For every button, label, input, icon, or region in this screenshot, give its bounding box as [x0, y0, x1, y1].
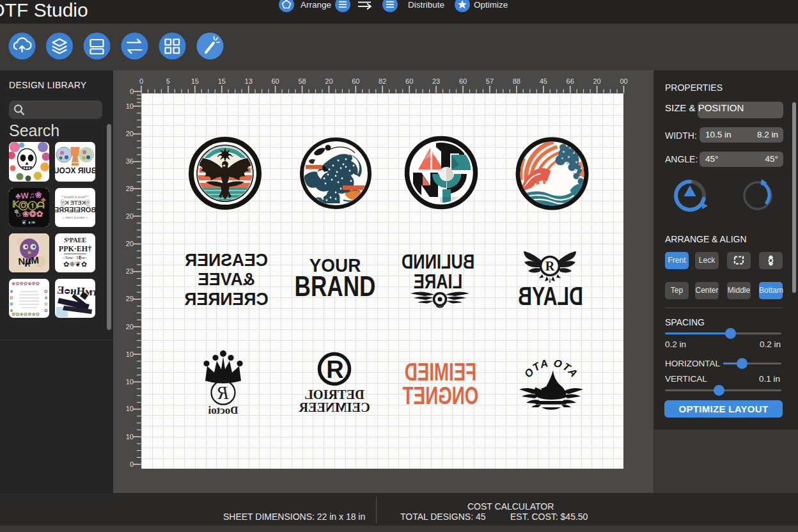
svg-text:R: R [545, 259, 555, 273]
svg-text:R: R [217, 382, 230, 403]
svg-text:PPK·EH†: PPK·EH† [59, 244, 91, 253]
svg-text:* Tand a Mand *: * Tand a Mand * [61, 195, 89, 199]
svg-text:28: 28 [126, 185, 134, 192]
svg-text:66: 66 [567, 77, 574, 85]
svg-text:23: 23 [432, 77, 440, 85]
svg-text:❀: ❀ [10, 289, 13, 293]
svg-text:❀: ❀ [10, 308, 13, 313]
svg-text:20: 20 [126, 323, 134, 331]
svg-text:❀: ❀ [44, 295, 48, 300]
svg-text:10: 10 [126, 433, 134, 441]
svg-text:60: 60 [405, 77, 413, 85]
svg-text:20: 20 [593, 77, 600, 85]
svg-text:✿: ✿ [44, 308, 48, 313]
svg-text:10: 10 [126, 102, 134, 110]
svg-text:20: 20 [126, 212, 134, 220]
svg-text:N𝝁M: N𝝁M [18, 254, 40, 267]
svg-text:45: 45 [540, 77, 547, 85]
svg-text:88: 88 [513, 77, 520, 85]
svg-text:60: 60 [352, 77, 359, 85]
svg-text:❆✿❀✿❆❀✿: ❆✿❀✿❆❀✿ [12, 311, 40, 317]
svg-text:36: 36 [126, 157, 134, 165]
svg-text:20: 20 [126, 130, 134, 137]
svg-text:82: 82 [379, 77, 386, 85]
svg-text:58: 58 [298, 77, 306, 85]
svg-text:5: 5 [166, 77, 170, 85]
svg-text:‒Tenr · T𝝃ter‒: ‒Tenr · T𝝃ter‒ [63, 255, 88, 260]
svg-text:29: 29 [126, 295, 134, 302]
svg-text:20: 20 [126, 240, 134, 247]
svg-text:60: 60 [459, 77, 467, 85]
svg-text:13: 13 [245, 77, 253, 85]
svg-text:✿: ✿ [10, 295, 13, 300]
svg-text:~ sanod mad ~: ~ sanod mad ~ [62, 215, 88, 219]
svg-text:BOREIERRE: BOREIERRE [55, 206, 95, 214]
svg-text:60: 60 [271, 77, 279, 85]
svg-text:15: 15 [218, 77, 226, 85]
svg-text:✽: ✽ [14, 208, 19, 215]
svg-text:57: 57 [486, 77, 494, 85]
svg-text:0: 0 [139, 77, 143, 85]
svg-text:15: 15 [191, 77, 199, 85]
svg-text:❦◑❧: ❦◑❧ [22, 219, 36, 226]
svg-text:✿: ✿ [44, 289, 48, 293]
svg-text:❆: ❆ [44, 302, 48, 306]
svg-text:23: 23 [126, 267, 134, 275]
svg-text:20: 20 [325, 77, 332, 85]
svg-text:BUIR XCOU: BUIR XCOU [55, 166, 95, 175]
svg-text:R: R [326, 356, 343, 383]
svg-text:SᵇPAEE: SᵇPAEE [64, 237, 86, 244]
svg-text:❀✿❆✿❀❆✿: ❀✿❆✿❀❆✿ [12, 281, 40, 286]
svg-text:✿❈❦✿: ✿❈❦✿ [63, 260, 87, 268]
svg-text:10: 10 [126, 378, 134, 386]
svg-text:✤: ✤ [41, 197, 46, 203]
svg-text:00: 00 [620, 77, 627, 85]
svg-text:10: 10 [126, 350, 134, 358]
svg-text:❆: ❆ [10, 302, 13, 306]
